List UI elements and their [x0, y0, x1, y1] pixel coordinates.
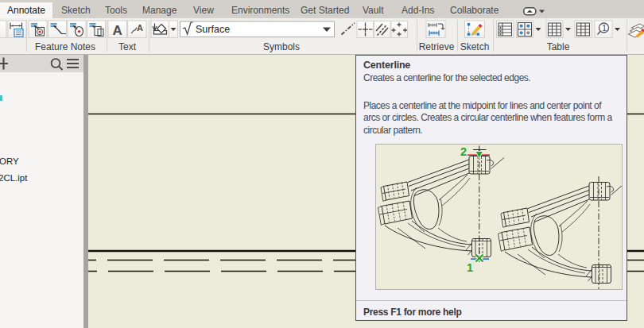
- svg-text:Surface: Surface: [196, 24, 230, 35]
- svg-text:1: 1: [602, 24, 607, 33]
- svg-text:1: 1: [467, 261, 473, 274]
- svg-text:2: 2: [460, 145, 467, 158]
- svg-text:A: A: [113, 23, 122, 38]
- svg-text:A: A: [137, 23, 143, 33]
